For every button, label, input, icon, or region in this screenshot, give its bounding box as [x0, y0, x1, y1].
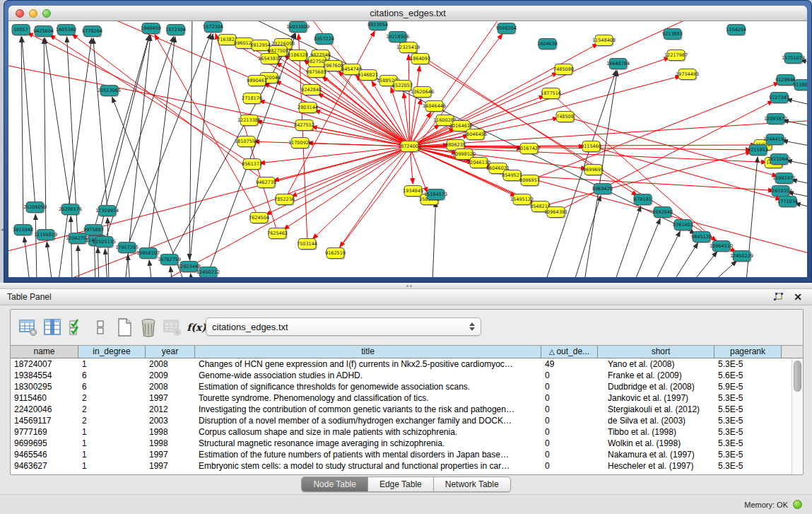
graph-node[interactable]: 7503144: [297, 239, 317, 251]
graph-node[interactable]: 9875685: [306, 67, 326, 79]
graph-node[interactable]: 12217987: [664, 50, 688, 62]
column-header-pagerank[interactable]: pagerank: [714, 346, 782, 358]
graph-node[interactable]: 8561371: [242, 159, 262, 171]
graph-node[interactable]: 9227343: [769, 93, 789, 105]
graph-node[interactable]: 1572304: [165, 25, 186, 37]
graph-node[interactable]: 12444194: [763, 134, 787, 146]
graph-node[interactable]: 1771034: [777, 197, 798, 209]
graph-node[interactable]: 12610354: [769, 186, 792, 198]
graph-node[interactable]: 16033809: [286, 22, 310, 34]
graph-node[interactable]: 1864093: [410, 54, 430, 66]
select-all-icon[interactable]: [64, 317, 88, 338]
show-columns-icon[interactable]: [40, 317, 64, 338]
selection-mode-icon[interactable]: [88, 317, 112, 338]
graph-node[interactable]: 1877516: [541, 88, 561, 100]
graph-node[interactable]: 20206576: [59, 204, 82, 216]
graph-node[interactable]: 8969420: [592, 184, 613, 196]
graph-node[interactable]: 9213883: [662, 29, 683, 41]
graph-node[interactable]: 16210643: [767, 154, 791, 166]
column-header-in_degree[interactable]: in_degree: [78, 346, 146, 358]
graph-node[interactable]: 18107554: [235, 136, 258, 148]
graph-node[interactable]: 12505135: [93, 237, 116, 249]
graph-node[interactable]: 6522057: [392, 81, 413, 93]
graph-node[interactable]: 9215953: [748, 145, 768, 157]
graph-node[interactable]: 15184573: [424, 189, 447, 201]
graph-node[interactable]: 9890461: [247, 76, 267, 88]
graph-node[interactable]: 11700929: [288, 138, 312, 150]
graph-node[interactable]: 12213386: [237, 115, 261, 127]
delete-column-icon[interactable]: [136, 317, 160, 338]
graph-node[interactable]: 10557: [12, 25, 31, 37]
graph-node[interactable]: 679191: [634, 194, 653, 206]
table-row[interactable]: 911546021997Tourette syndrome. Phenomeno…: [11, 392, 792, 404]
graph-node[interactable]: 18724007: [398, 141, 421, 153]
table-row[interactable]: 969969511998Structural magnetic resonanc…: [11, 438, 792, 449]
graph-node[interactable]: 8096957: [519, 175, 540, 187]
float-window-icon[interactable]: [771, 291, 785, 303]
graph-node[interactable]: 10964391: [544, 207, 567, 219]
table-row[interactable]: 1938455462009Genome-wide association stu…: [11, 370, 792, 381]
table-row[interactable]: 1872400712008Changes of HCN gene express…: [11, 358, 792, 370]
graph-node[interactable]: 9462735: [256, 177, 276, 189]
graph-node[interactable]: 9115460: [581, 141, 601, 153]
graph-node[interactable]: 7852236: [274, 194, 295, 206]
graph-node[interactable]: 16046446: [423, 101, 446, 113]
graph-node[interactable]: 19734493: [676, 69, 699, 81]
window-titlebar[interactable]: citations_edges.txt: [8, 6, 807, 21]
table-scrollbar[interactable]: [792, 358, 803, 474]
graph-node[interactable]: 7624504: [249, 213, 269, 225]
graph-node[interactable]: 9592040: [652, 207, 673, 219]
graph-node[interactable]: 8427552: [294, 120, 314, 132]
graph-node[interactable]: 1604639: [537, 39, 558, 51]
table-row[interactable]: 1830029562008Estimation of significance …: [11, 381, 792, 392]
graph-node[interactable]: 19958107: [136, 248, 160, 260]
graph-node[interactable]: 15992971: [772, 173, 796, 185]
close-icon[interactable]: ✕: [791, 291, 805, 303]
graph-node[interactable]: 12450229: [730, 251, 753, 263]
graph-node[interactable]: 9242848: [301, 85, 322, 97]
table-row[interactable]: 2242004622012Investigating the contribut…: [11, 404, 792, 415]
zoom-window-icon[interactable]: [42, 9, 51, 18]
graph-node[interactable]: 2718176: [242, 93, 262, 105]
graph-node[interactable]: 12450212: [196, 267, 220, 278]
table-row[interactable]: 946554611997Estimation of the future num…: [11, 449, 792, 460]
graph-node[interactable]: 9162519: [325, 248, 346, 260]
graph-node[interactable]: 15751074: [782, 53, 805, 65]
memory-status-icon[interactable]: [793, 500, 802, 509]
graph-node[interactable]: 16648784: [606, 59, 630, 71]
splitter-handle[interactable]: [0, 283, 812, 289]
graph-node[interactable]: 8778264: [82, 26, 102, 38]
table-row[interactable]: 977716911998Corpus callosum shape and si…: [11, 426, 792, 438]
graph-node[interactable]: 11156819: [34, 230, 57, 242]
graph-node[interactable]: 8357224: [314, 34, 334, 46]
new-column-icon[interactable]: [112, 317, 136, 338]
minimize-window-icon[interactable]: [29, 9, 37, 18]
graph-node[interactable]: 25206050: [23, 202, 47, 214]
graph-node[interactable]: 8761403: [673, 220, 693, 232]
graph-node[interactable]: 17359924: [95, 206, 119, 218]
graph-node[interactable]: 8813054: [367, 21, 388, 31]
graph-node[interactable]: 1934845: [403, 186, 423, 198]
graph-node[interactable]: 19218506: [386, 32, 409, 44]
column-header-name[interactable]: name: [11, 346, 78, 358]
graph-node[interactable]: 10964510: [710, 241, 733, 253]
tab-node-table[interactable]: Node Table: [302, 477, 368, 491]
table-scrollbar-thumb[interactable]: [794, 361, 801, 392]
table-mode-icon[interactable]: [16, 317, 40, 338]
column-header-year[interactable]: year: [146, 346, 195, 358]
graph-node[interactable]: 1605380: [56, 25, 76, 37]
graph-node[interactable]: 12325419: [396, 42, 420, 54]
graph-node[interactable]: 5572304: [203, 22, 223, 34]
column-header-short[interactable]: short: [598, 346, 714, 358]
close-window-icon[interactable]: [16, 9, 24, 18]
graph-node[interactable]: 9975887: [83, 225, 104, 237]
graph-node[interactable]: 20513065: [98, 86, 121, 98]
network-canvas[interactable]: 1872400771638228960128891295423226058982…: [8, 21, 807, 277]
graph-node[interactable]: 748508: [556, 112, 575, 124]
graph-node[interactable]: 16046458: [464, 129, 487, 141]
tab-edge-table[interactable]: Edge Table: [368, 477, 434, 491]
graph-node[interactable]: 10167427: [517, 144, 541, 156]
column-header-out_de[interactable]: △ out_de...: [541, 346, 598, 358]
table-row[interactable]: 1456911722003Disruption of a novel membe…: [11, 415, 792, 426]
graph-node[interactable]: 2803144: [298, 103, 318, 115]
